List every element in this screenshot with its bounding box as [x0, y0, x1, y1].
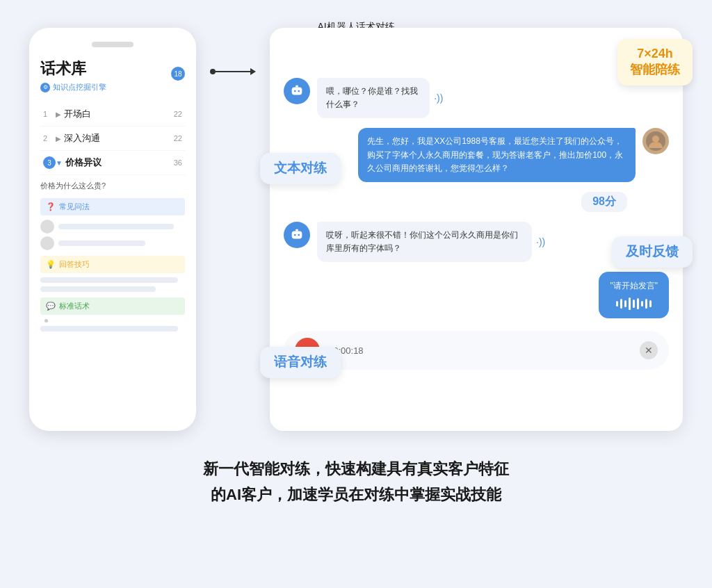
- menu-arrow-1: ▶: [56, 111, 61, 118]
- score-badge: 98分: [581, 192, 627, 212]
- faq-line-2: [58, 240, 145, 246]
- chat-header: [284, 42, 669, 67]
- menu-item-3[interactable]: 3 ▼ 价格异议 36: [40, 151, 185, 175]
- section-faq: ❓ 常见问法: [40, 198, 185, 215]
- arrow-dot-start: [210, 69, 216, 74]
- std-bullet-1: [44, 319, 48, 322]
- faq-icon: ❓: [46, 202, 56, 211]
- phone-subtitle-text: 知识点挖掘引擎: [53, 82, 106, 92]
- timely-feedback-text: 及时反馈: [626, 244, 679, 259]
- menu-count-3: 36: [174, 158, 182, 167]
- faq-avatar-2: [40, 236, 54, 250]
- svg-point-7: [294, 90, 296, 92]
- text-practice-label: 文本对练: [260, 153, 341, 184]
- menu-label-2: 深入沟通: [64, 132, 174, 145]
- vwave-8: [645, 299, 647, 309]
- voice-waves: [610, 297, 658, 310]
- menu-item-1[interactable]: 1 ▶ 开场白 22: [40, 102, 185, 126]
- user-avatar-1: [642, 128, 669, 154]
- tips-line-2: [40, 286, 156, 292]
- std-line-1: [40, 326, 178, 332]
- tips-line-1: [40, 277, 178, 283]
- bottom-line-1: 新一代智能对练，快速构建具有真实客户特征: [203, 456, 509, 482]
- menu-count-2: 22: [174, 134, 182, 142]
- vwave-6: [637, 298, 639, 309]
- svg-rect-6: [292, 88, 302, 95]
- arrow-container: [210, 68, 256, 75]
- std-icon: 💬: [46, 302, 56, 311]
- menu-arrow-3: ▼: [56, 159, 63, 167]
- timer-text: 00:00:18: [328, 345, 631, 356]
- faq-avatar-1: [40, 220, 54, 234]
- arrow-head: [250, 68, 256, 75]
- smart-train-text: 7×24h 智能陪练: [630, 47, 680, 76]
- vwave-9: [649, 300, 652, 307]
- sound-icon-1: ·)): [434, 92, 443, 104]
- voice-input-row: "请开始发言": [284, 272, 669, 318]
- main-container: 话术库 ⚙ 知识点挖掘引擎 18 1 ▶ 开场白 22 2 ▶ 深入沟通 22 …: [29, 28, 683, 431]
- connector-area: AI机器人话术对练: [210, 28, 256, 75]
- timely-feedback-label: 及时反馈: [612, 236, 693, 268]
- tips-icon: 💡: [46, 260, 56, 269]
- bottom-text: 新一代智能对练，快速构建具有真实客户特征 的AI客户，加速学员在对练中掌握实战技…: [203, 456, 509, 508]
- vwave-5: [633, 300, 635, 308]
- voice-practice-label: 语音对练: [260, 347, 341, 378]
- menu-num-3: 3: [43, 156, 56, 169]
- text-practice-text: 文本对练: [274, 161, 327, 175]
- message-bot-1: 喂，哪位？你是谁？找我什么事？ ·)): [284, 78, 669, 118]
- chat-messages: 喂，哪位？你是谁？找我什么事？ ·)) 先生，您好，我是XX公司1988号客服，…: [284, 78, 669, 370]
- menu-item-2[interactable]: 2 ▶ 深入沟通 22: [40, 126, 185, 151]
- menu-label-3: 价格异议: [65, 156, 174, 169]
- faq-row-2: [40, 236, 185, 250]
- svg-rect-9: [296, 85, 298, 88]
- vwave-1: [616, 301, 618, 307]
- phone-notch: [92, 42, 134, 47]
- badge-count: 18: [171, 67, 185, 81]
- menu-label-1: 开场白: [64, 108, 174, 120]
- section-tips: 💡 回答技巧: [40, 256, 185, 273]
- question-text: 价格为什么这么贵?: [40, 181, 185, 191]
- svg-rect-15: [296, 229, 298, 231]
- smart-train-label: 7×24h 智能陪练: [617, 39, 693, 85]
- chat-panel: 7×24h 智能陪练 文本对练 及时反馈 语音对练: [270, 28, 683, 431]
- voice-controls: 00:00:18 ✕: [284, 331, 669, 370]
- menu-num-1: 1: [43, 110, 56, 118]
- vwave-7: [641, 301, 643, 307]
- faq-line-1: [58, 224, 174, 229]
- bot-avatar-2: [284, 222, 310, 248]
- faq-label: 常见问法: [59, 202, 90, 212]
- bot-message-1-container: 喂，哪位？你是谁？找我什么事？ ·)): [317, 78, 474, 118]
- sound-icon-2: ·)): [536, 236, 545, 247]
- svg-point-11: [652, 136, 659, 142]
- phone-subtitle: ⚙ 知识点挖掘引擎: [40, 82, 185, 92]
- score-row: 98分: [284, 192, 669, 212]
- faq-row-1: [40, 220, 185, 234]
- knowledge-icon: ⚙: [40, 83, 50, 92]
- menu-count-1: 22: [174, 110, 182, 118]
- bot-avatar-1: [284, 78, 310, 104]
- svg-rect-12: [292, 231, 302, 238]
- bottom-line-2: 的AI客户，加速学员在对练中掌握实战技能: [203, 482, 509, 507]
- svg-point-14: [298, 234, 300, 236]
- vwave-4: [629, 297, 631, 310]
- menu-arrow-2: ▶: [56, 135, 61, 142]
- bot-message-2-container: 哎呀，听起来很不错！你们这个公司永久商用是你们库里所有的字体吗？ ·)): [317, 222, 615, 262]
- phone-title: 话术库: [40, 58, 185, 79]
- user-bubble-1: 先生，您好，我是XX公司1988号客服，最近您关注了我们的公众号，购买了字体个人…: [358, 128, 636, 182]
- tips-label: 回答技巧: [59, 259, 90, 270]
- message-user-1: 先生，您好，我是XX公司1988号客服，最近您关注了我们的公众号，购买了字体个人…: [284, 128, 669, 182]
- vwave-3: [624, 300, 626, 307]
- section-std: 💬 标准话术: [40, 297, 185, 315]
- message-bot-2: 哎呀，听起来很不错！你们这个公司永久商用是你们库里所有的字体吗？ ·)): [284, 222, 669, 262]
- voice-input-bubble: "请开始发言": [599, 272, 669, 318]
- voice-input-label: "请开始发言": [610, 280, 658, 292]
- close-button[interactable]: ✕: [640, 341, 658, 359]
- voice-practice-text: 语音对练: [274, 354, 327, 369]
- std-label: 标准话术: [59, 301, 90, 311]
- arrow-line: [216, 71, 250, 72]
- bot-bubble-1: 喂，哪位？你是谁？找我什么事？: [317, 78, 430, 118]
- phone-mockup: 话术库 ⚙ 知识点挖掘引擎 18 1 ▶ 开场白 22 2 ▶ 深入沟通 22 …: [29, 28, 196, 431]
- bot-bubble-2: 哎呀，听起来很不错！你们这个公司永久商用是你们库里所有的字体吗？: [317, 222, 532, 262]
- vwave-2: [620, 299, 622, 309]
- svg-point-8: [298, 90, 300, 92]
